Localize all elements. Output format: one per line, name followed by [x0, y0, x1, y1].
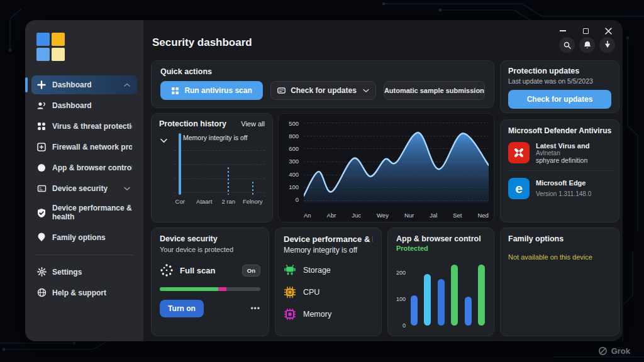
- sidebar-item-label: Help & support: [52, 288, 106, 297]
- perf-item-storage[interactable]: Storage: [284, 264, 373, 277]
- sidebar-item-dashboard-active[interactable]: Dashboard: [31, 75, 137, 94]
- check-for-updates-button[interactable]: Check for updates: [508, 90, 611, 109]
- search-icon: [564, 41, 571, 49]
- edge-letter: e: [515, 182, 523, 195]
- more-options-button[interactable]: •••: [250, 304, 260, 313]
- defender-card-title: Microsoft Defender Antivirus: [508, 126, 611, 135]
- perf-item-cpu[interactable]: CPU: [284, 286, 373, 299]
- minimize-button[interactable]: [556, 25, 570, 36]
- sidebar-divider: [35, 255, 133, 255]
- updates-icon: [277, 87, 286, 94]
- maximize-button[interactable]: [579, 25, 592, 36]
- sidebar: Dashboard Dashboard Virus & threat prote…: [25, 20, 143, 341]
- window-controls: [556, 25, 615, 36]
- sidebar-item-device-performance-health[interactable]: Device performance & health: [31, 200, 137, 226]
- filter-icon: [604, 41, 611, 49]
- grok-watermark: Grok: [598, 346, 630, 356]
- definition-line3: sphyare definition: [536, 156, 589, 164]
- sidebar-item-label: App & browser control: [52, 163, 132, 172]
- y-tick-label: 400: [289, 171, 299, 178]
- protection-history-card: Protection history View all Memory integ…: [151, 113, 273, 222]
- edge-row[interactable]: e Microsoft Edge Version 1.311.148.0: [508, 178, 611, 199]
- logo-square-yellow-1: [52, 33, 65, 46]
- bar: [451, 265, 458, 326]
- run-antivirus-scan-button[interactable]: Run antivirus scan: [160, 81, 263, 100]
- history-column[interactable]: Felnory: [241, 133, 265, 204]
- x-tick-label: Nur: [404, 212, 414, 219]
- turn-on-button[interactable]: Turn on: [160, 300, 204, 317]
- bar-y-tick-label: 100: [396, 296, 406, 302]
- sidebar-item-settings[interactable]: Settings: [31, 263, 137, 282]
- device-security-card: Device security Your device is protected…: [151, 228, 269, 336]
- protection-history-chart: Memory integrity is off CorAtaart2 ranFe…: [159, 133, 265, 204]
- sidebar-item-device-security[interactable]: Device security: [31, 179, 137, 198]
- defender-definition-row[interactable]: Latest Virus and Avlnetan sphyare defini…: [508, 142, 611, 164]
- x-tick-label: Ned: [477, 212, 488, 219]
- bar: [465, 297, 472, 326]
- history-chart-columns: CorAtaart2 ranFelnory: [159, 133, 265, 204]
- history-x-label: Felnory: [243, 198, 263, 205]
- family-options-title: Family options: [508, 234, 611, 243]
- perf-item-memory[interactable]: Memory: [284, 308, 373, 321]
- x-tick-label: Wey: [377, 212, 389, 219]
- sidebar-item-app-browser-control[interactable]: App & browser control: [31, 158, 137, 177]
- progress-magenta-segment: [218, 287, 226, 291]
- sidebar-item-firewall-network-protection[interactable]: Firewall & network protection: [31, 138, 137, 156]
- chevron-down-icon: [122, 184, 132, 194]
- x-tick-label: An: [304, 212, 311, 219]
- plus-icon: [36, 80, 47, 90]
- y-tick-label: 0: [296, 196, 299, 203]
- quick-actions-card: Quick actions Run antivirus scan Check f…: [151, 60, 494, 108]
- x-tick-label: Set: [453, 212, 462, 219]
- bell-icon: [584, 41, 591, 49]
- check-for-updates-button-label: Check for updates: [527, 95, 593, 104]
- storage-label: Storage: [303, 266, 331, 275]
- history-column[interactable]: Cor: [168, 133, 192, 204]
- definition-line1: Latest Virus and: [536, 142, 589, 150]
- full-scan-label: Full scan: [180, 266, 215, 275]
- history-column[interactable]: 2 ran: [216, 133, 241, 204]
- y-tick-label: 600: [289, 145, 299, 152]
- shield-check-icon: [36, 208, 47, 218]
- history-x-label: Ataart: [196, 198, 212, 205]
- quick-actions-buttons: Run antivirus scan Check for updates Aut…: [160, 81, 485, 100]
- firewall-icon: [36, 142, 47, 152]
- check-for-updates-dropdown[interactable]: Check for updates: [270, 81, 376, 100]
- card-divider: [507, 170, 613, 171]
- gear-icon: [36, 267, 47, 277]
- security-app-window: Dashboard Dashboard Virus & threat prote…: [25, 20, 623, 341]
- x-tick-label: Jal: [430, 212, 437, 219]
- filter-button[interactable]: [599, 37, 615, 53]
- run-antivirus-scan-label: Run antivirus scan: [184, 86, 252, 95]
- history-marker-solid: [179, 133, 181, 195]
- history-column[interactable]: Ataart: [192, 133, 217, 204]
- sidebar-item-help-support[interactable]: Help & support: [31, 283, 137, 302]
- logo-square-blue-2: [36, 48, 50, 61]
- view-all-link[interactable]: View all: [241, 120, 265, 128]
- main-panel: Security dashboard: [143, 20, 623, 341]
- check-for-updates-label: Check for updates: [291, 86, 357, 95]
- edge-name: Microsoft Edge: [536, 179, 591, 187]
- notifications-button[interactable]: [579, 37, 595, 53]
- bar-chart: 2001000: [409, 263, 486, 326]
- device-security-title: Device security: [160, 234, 260, 243]
- app-browser-title: App & browser control: [396, 234, 486, 243]
- sidebar-item-family-options[interactable]: Family options: [31, 228, 137, 247]
- minimize-icon: [560, 30, 566, 31]
- defender-antivirus-card: Microsoft Defender Antivirus Latest Viru…: [500, 119, 619, 222]
- sidebar-item-virus-threat-protection[interactable]: Virus & threat protection: [31, 117, 137, 136]
- y-tick-label: 500: [289, 120, 299, 127]
- close-icon: [605, 28, 612, 35]
- device-icon: [36, 184, 47, 194]
- family-options-card: Family options Not available on this dev…: [500, 228, 619, 336]
- sidebar-item-dashboard[interactable]: Dashboard: [31, 96, 137, 115]
- scan-progress-bar: [160, 287, 260, 291]
- close-button[interactable]: [601, 25, 615, 36]
- protection-updates-card: Protection updates Last update was on 5/…: [500, 60, 619, 113]
- automatic-sample-submission-button[interactable]: Automatic sample submission: [384, 81, 485, 100]
- bar: [411, 295, 418, 326]
- sidebar-item-label: Dashboard: [52, 101, 92, 110]
- scan-on-toggle[interactable]: On: [242, 265, 260, 277]
- last-update-text: Last update was on 5/5/2023: [508, 77, 611, 85]
- search-button[interactable]: [559, 37, 575, 53]
